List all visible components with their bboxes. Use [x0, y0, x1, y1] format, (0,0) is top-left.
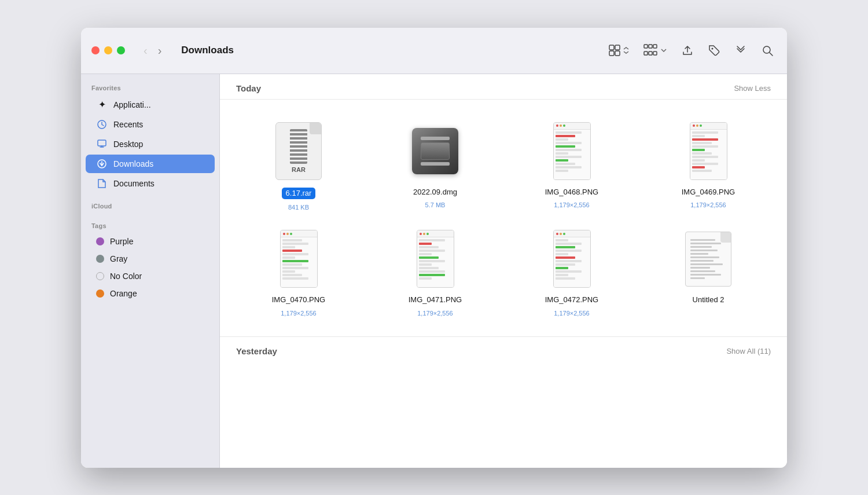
section-gap-icloud: [81, 193, 219, 203]
more-icon: [734, 44, 747, 57]
untitled2-thumbnail: [682, 227, 734, 291]
icloud-header: iCloud: [81, 203, 219, 213]
sidebar-item-documents[interactable]: Documents: [86, 174, 215, 193]
img0469-thumbnail: [682, 119, 734, 183]
sidebar-item-label: Desktop: [113, 140, 143, 149]
svg-rect-2: [609, 51, 614, 56]
more-button[interactable]: [731, 41, 750, 60]
toolbar: ‹ › Downloads: [81, 28, 787, 74]
file-meta-img0469: 1,179×2,556: [690, 201, 726, 208]
group-icon: [643, 44, 659, 57]
svg-rect-3: [615, 51, 620, 56]
sidebar-item-label: No Color: [110, 272, 142, 281]
sidebar-item-orange[interactable]: Orange: [86, 285, 215, 302]
section-gap-tags: [81, 213, 219, 222]
content-area: Today Show Less RAR 6.17.rar 841 KB: [220, 74, 787, 468]
svg-rect-6: [653, 45, 657, 48]
search-button[interactable]: [758, 41, 777, 60]
show-less-button[interactable]: Show Less: [734, 84, 771, 93]
file-item-img0471[interactable]: IMG_0471.PNG 1,179×2,556: [367, 219, 503, 325]
sidebar-item-gray[interactable]: Gray: [86, 251, 215, 267]
sidebar-item-label: Downloads: [113, 159, 153, 168]
applications-icon: ✦: [96, 99, 108, 111]
favorites-header: Favorites: [81, 85, 219, 95]
file-name-untitled2: Untitled 2: [693, 295, 724, 305]
forward-button[interactable]: ›: [155, 42, 165, 60]
file-name-rar: 6.17.rar: [282, 188, 316, 200]
nav-buttons: ‹ ›: [140, 42, 165, 60]
svg-rect-8: [649, 52, 652, 55]
sidebar-item-downloads[interactable]: Downloads: [86, 155, 215, 173]
img0471-thumbnail: [409, 227, 461, 291]
file-item-img0472[interactable]: IMG_0472.PNG 1,179×2,556: [503, 219, 640, 325]
file-item-img0470[interactable]: IMG_0470.PNG 1,179×2,556: [230, 219, 367, 325]
file-meta-dmg: 5.7 MB: [425, 201, 446, 208]
svg-rect-9: [653, 52, 657, 55]
sidebar-item-label: Documents: [113, 179, 155, 188]
file-meta-img0470: 1,179×2,556: [281, 310, 316, 317]
sidebar-item-desktop[interactable]: Desktop: [86, 135, 215, 153]
sidebar-item-label: Orange: [110, 289, 137, 298]
sidebar-item-label: Gray: [110, 254, 127, 263]
file-item-dmg[interactable]: 2022.09.dmg 5.7 MB: [367, 111, 503, 219]
file-name-img0470: IMG_0470.PNG: [272, 295, 326, 305]
file-item-untitled2[interactable]: Untitled 2: [640, 219, 777, 325]
rar-zipper: [290, 129, 307, 164]
svg-rect-5: [649, 45, 652, 48]
share-button[interactable]: [678, 41, 697, 60]
group-view-button[interactable]: [641, 41, 670, 60]
img0468-thumbnail: [546, 119, 598, 183]
today-title: Today: [236, 83, 261, 93]
png-icon-0472: [553, 230, 591, 288]
svg-rect-4: [644, 45, 648, 48]
chevron-down-icon: [660, 47, 667, 54]
file-name-img0472: IMG_0472.PNG: [545, 295, 599, 305]
back-button[interactable]: ‹: [140, 42, 151, 60]
maximize-button[interactable]: [117, 46, 125, 54]
orange-dot: [96, 289, 104, 298]
img0470-thumbnail: [273, 227, 325, 291]
gray-dot: [96, 255, 104, 263]
file-name-img0468: IMG_0468.PNG: [545, 188, 599, 197]
img0472-thumbnail: [546, 227, 598, 291]
recents-icon: [96, 119, 108, 130]
png-icon-0469: [690, 122, 727, 180]
svg-rect-7: [644, 52, 648, 55]
today-section-header: Today Show Less: [220, 74, 787, 100]
sidebar-item-recents[interactable]: Recents: [86, 115, 215, 134]
file-meta-img0468: 1,179×2,556: [554, 201, 589, 208]
tag-button[interactable]: [705, 41, 723, 60]
sidebar-item-no-color[interactable]: No Color: [86, 268, 215, 284]
file-item-img0469[interactable]: IMG_0469.PNG 1,179×2,556: [640, 111, 777, 219]
file-name-img0471: IMG_0471.PNG: [409, 295, 462, 305]
window-title: Downloads: [181, 45, 234, 56]
svg-rect-0: [609, 45, 614, 50]
files-grid: RAR 6.17.rar 841 KB: [220, 100, 787, 337]
file-name-img0469: IMG_0469.PNG: [682, 188, 735, 197]
file-item-img0468[interactable]: IMG_0468.PNG 1,179×2,556: [503, 111, 640, 219]
tags-header: Tags: [81, 222, 219, 233]
no-color-dot: [96, 272, 104, 280]
sidebar-item-label: Purple: [110, 237, 133, 246]
dmg-thumbnail: [409, 119, 461, 183]
svg-rect-1: [615, 45, 620, 50]
png-icon-0471: [417, 230, 454, 288]
desktop-icon: [96, 138, 108, 150]
file-meta-img0472: 1,179×2,556: [554, 310, 589, 317]
svg-point-10: [712, 48, 713, 50]
minimize-button[interactable]: [104, 46, 112, 54]
chevron-up-down-icon: [623, 47, 630, 54]
file-item-rar[interactable]: RAR 6.17.rar 841 KB: [230, 111, 367, 219]
purple-dot: [96, 237, 104, 245]
png-icon-0470: [280, 230, 318, 288]
rar-thumbnail: RAR: [273, 119, 325, 183]
traffic-lights: [91, 46, 125, 54]
sidebar-item-purple[interactable]: Purple: [86, 233, 215, 250]
close-button[interactable]: [91, 46, 100, 54]
grid-view-button[interactable]: [605, 41, 632, 60]
show-all-button[interactable]: Show All (11): [726, 347, 771, 355]
sidebar-item-label: Recents: [113, 120, 143, 129]
svg-point-11: [763, 46, 770, 53]
sidebar-item-applications[interactable]: ✦ Applicati...: [86, 96, 215, 114]
finder-window: ‹ › Downloads: [81, 28, 787, 468]
